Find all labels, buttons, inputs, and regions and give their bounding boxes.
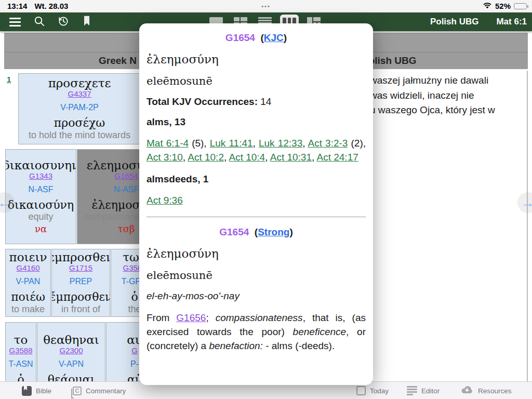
definition-text: ; <box>206 312 215 323</box>
definition-text: benefaction: <box>209 340 263 351</box>
bookmark-icon <box>82 15 92 29</box>
verse-reference-link[interactable]: Luk 11:41 <box>210 138 253 149</box>
greek-pane-title: Greek N <box>99 55 137 66</box>
occurrence-references: Mat 6:1-4 (5), Luk 11:41, Luk 12:33, Act… <box>147 137 366 165</box>
verse-reference-link[interactable]: Act 10:2 <box>188 152 224 163</box>
strongs-number-link[interactable]: G1715 <box>69 263 92 272</box>
kjc-greek-word: ἐλεημοσύνη <box>147 52 366 66</box>
occurrence-group-heading: alms, 13 <box>147 116 366 128</box>
reference-separator: , <box>183 152 188 163</box>
interlinear-cell[interactable]: δικαιοσυνηνG1343N-ASFδικαιοσύνηequityνα <box>5 149 76 244</box>
strongs-crossref-link[interactable]: G1656 <box>176 312 206 323</box>
tab-label: Commentary <box>86 387 126 395</box>
greek-word: ποιειν <box>9 251 47 263</box>
reference-separator: , <box>265 152 270 163</box>
translation-selector[interactable]: Polish UBG <box>430 17 479 27</box>
bible-icon <box>22 386 32 396</box>
polish-text-line: waszej jałmużny nie dawali <box>370 73 495 88</box>
reference-separator: (5), <box>189 138 210 149</box>
tab-label: Editor <box>421 387 440 395</box>
definition-text: compassionateness <box>216 312 303 323</box>
menu-button[interactable] <box>8 15 22 29</box>
morphology-code: T-ASN <box>8 360 33 369</box>
occurrence-references: Act 9:36 <box>147 194 366 208</box>
strongs-code: G1654 <box>219 227 249 237</box>
greek-lemma: προσέχω <box>54 117 105 129</box>
battery-percent: 52% <box>495 2 511 10</box>
strongs-number-link[interactable]: G4160 <box>16 263 39 272</box>
status-bar: 13:14 Wt. 28.03 ••• 52% <box>0 0 532 12</box>
search-button[interactable] <box>32 15 46 29</box>
strongs-number-link[interactable]: G4337 <box>68 89 91 98</box>
strongs-popup: G1654 (KJC) ἐλεημοσύνη eleēmosunē Total … <box>139 23 373 385</box>
interlinear-cell[interactable]: εμπροσθενG1715PREPἔμπροσθενin front of <box>51 249 110 317</box>
english-gloss: in front of <box>61 304 100 315</box>
verse-number-link[interactable]: 1 <box>7 75 11 84</box>
verse-reference-link[interactable]: Act 9:36 <box>147 195 183 206</box>
morphology-code: V-APN <box>59 360 84 369</box>
next-chapter-arrow[interactable]: → <box>517 192 532 213</box>
editor-icon <box>407 386 417 395</box>
morphology-code: N-ASF <box>114 185 139 194</box>
variant-marker: να <box>35 223 47 234</box>
polish-verse-text[interactable]: waszej jałmużny nie dawaliwas widzieli, … <box>370 73 495 118</box>
english-gloss: to hold the mind towards <box>29 130 130 141</box>
commentary-icon: C <box>73 387 82 395</box>
verse-reference-link[interactable]: Luk 12:33 <box>259 138 302 149</box>
greek-lemma: ποιέω <box>11 291 45 303</box>
verse-reference-link[interactable]: Act 3:10 <box>147 152 183 163</box>
bookmark-button[interactable] <box>80 15 94 29</box>
tab-editor[interactable]: Editor <box>407 382 440 399</box>
kjc-source-link[interactable]: KJC <box>264 32 284 43</box>
popup-divider <box>147 217 366 217</box>
strongs-code: G1654 <box>225 32 255 43</box>
reference-separator: , <box>302 138 308 149</box>
tab-resources[interactable]: Resources <box>460 382 512 399</box>
greek-lemma: δικαιοσύνη <box>8 199 74 211</box>
strong-transliteration: eleēmosunē <box>147 269 366 282</box>
reference-separator: , <box>253 138 259 149</box>
polish-text-line: u waszego Ojca, który jest w <box>370 103 495 118</box>
pane-scrollbar <box>527 71 528 382</box>
right-arrow-icon: → <box>522 195 532 210</box>
strongs-number-link[interactable]: G1343 <box>29 171 52 180</box>
verse-reference-link[interactable]: Act 10:31 <box>270 152 312 163</box>
greek-word: εμπροσθεν <box>51 251 110 263</box>
status-dots: ••• <box>0 3 532 9</box>
morphology-code: V-PAM-2P <box>60 103 99 112</box>
strong-source-link[interactable]: Strong <box>258 227 289 237</box>
morphology-code: P- <box>130 360 139 369</box>
tab-commentary[interactable]: CCommentary <box>73 382 126 399</box>
history-button[interactable] <box>56 15 70 29</box>
strong-greek-word: ἐλεημοσύνη <box>147 247 366 260</box>
verse-reference-link[interactable]: Act 3:2-3 <box>308 138 348 149</box>
greek-lemma: ἔμπροσθεν <box>51 291 110 303</box>
interlinear-cell[interactable]: προσεχετεG4337V-PAM-2Pπροσέχωto hold the… <box>18 73 141 144</box>
definition-text: - alms (-deeds). <box>263 340 335 351</box>
verse-reference-link[interactable]: Act 10:4 <box>229 152 265 163</box>
strongs-number-link[interactable]: G <box>131 346 138 355</box>
strong-entry-header: G1654 (Strong) <box>147 227 366 238</box>
greek-word: θεαθηναι <box>43 334 99 346</box>
tab-bible[interactable]: Bible <box>22 382 51 399</box>
battery-icon <box>514 3 527 9</box>
left-arrow-icon: ← <box>0 195 11 210</box>
wifi-icon <box>483 2 492 10</box>
verse-reference-link[interactable]: Act 24:17 <box>317 152 358 163</box>
strongs-number-link[interactable]: G2300 <box>59 346 83 355</box>
hamburger-icon <box>9 18 21 26</box>
english-gloss: to make <box>11 304 45 315</box>
strongs-number-link[interactable]: G3588 <box>9 346 32 355</box>
today-icon <box>356 386 366 395</box>
greek-word: δικαιοσυνην <box>5 159 76 171</box>
greek-word: προσεχετε <box>48 77 111 89</box>
reference-selector[interactable]: Mat 6:1 <box>496 17 527 27</box>
history-icon <box>57 15 69 29</box>
kjc-occurrence-groups: alms, 13Mat 6:1-4 (5), Luk 11:41, Luk 12… <box>147 116 366 208</box>
verse-reference-link[interactable]: Mat 6:1-4 <box>147 138 189 149</box>
search-icon <box>33 15 45 29</box>
kjc-entry-header: G1654 (KJC) <box>147 32 366 44</box>
strongs-number-link[interactable]: G1654 <box>114 171 138 180</box>
resources-cloud-icon <box>460 385 474 396</box>
interlinear-cell[interactable]: ποιεινG4160V-PANποιέωto make <box>5 249 51 317</box>
